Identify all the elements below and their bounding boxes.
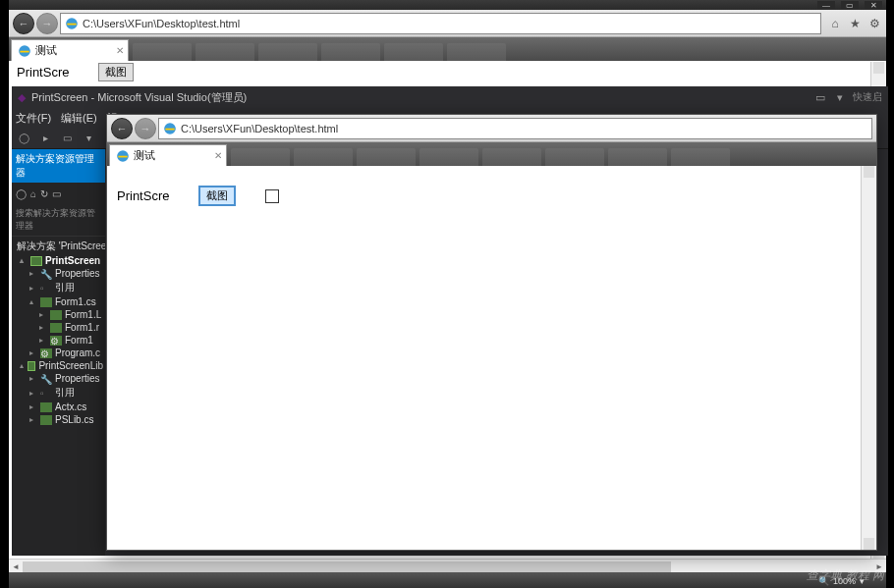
tree-pslibcs[interactable]: ▸PSLib.cs <box>12 413 105 426</box>
tree-form1r[interactable]: ▸Form1.r <box>12 321 105 334</box>
ie-icon <box>116 149 130 163</box>
solution-explorer: 解决方案资源管理器 ◯ ⌂ ↻ ▭ 搜索解决方案资源管理器 解决方案 'Prin… <box>12 149 105 556</box>
favorites-icon[interactable]: ★ <box>847 16 863 31</box>
inner-tab[interactable]: 测试 ✕ <box>109 144 227 166</box>
se-search-box[interactable]: 搜索解决方案资源管理器 <box>12 204 105 237</box>
quick-launch[interactable]: 快速启 <box>853 90 882 104</box>
se-collapse-icon[interactable]: ▭ <box>52 188 61 199</box>
ie-icon <box>18 44 31 58</box>
minimize-button[interactable]: — <box>817 1 835 9</box>
watermark: 查字典 教程 网 <box>807 567 884 584</box>
url-text: C:\Users\XFun\Desktop\test.html <box>83 18 240 29</box>
tree-properties[interactable]: ▸🔧Properties <box>12 267 105 280</box>
inner-tab-close-icon[interactable]: ✕ <box>214 150 222 161</box>
tools-icon[interactable]: ⚙ <box>866 16 882 31</box>
se-toolbar: ◯ ⌂ ↻ ▭ <box>12 183 105 204</box>
forward-button[interactable]: → <box>36 13 58 34</box>
tree-project-printscreenlib[interactable]: ▴PrintScreenLib <box>12 359 105 372</box>
inner-address-bar[interactable]: C:\Users\XFun\Desktop\test.html <box>158 118 872 139</box>
ghost-tabs <box>227 148 874 166</box>
inner-nav-bar: ← → C:\Users\XFun\Desktop\test.html <box>107 115 876 142</box>
inner-tab-title: 测试 <box>134 148 155 163</box>
ghost-tabs <box>129 43 884 61</box>
vs-logo-icon: ◆ <box>18 91 26 104</box>
inner-url-text: C:\Users\XFun\Desktop\test.html <box>181 123 338 134</box>
tree-references2[interactable]: ▸▫引用 <box>12 385 105 401</box>
vs-title-text: PrintScreen - Microsoft Visual Studio(管理… <box>31 90 247 105</box>
tree-project-printscreen[interactable]: ▴PrintScreen <box>12 254 105 267</box>
nav-fwd-icon[interactable]: ▸ <box>37 131 53 146</box>
inner-tab-strip: 测试 ✕ <box>107 142 876 166</box>
flag-icon[interactable]: ▾ <box>833 90 847 104</box>
maximize-button[interactable]: ▭ <box>841 1 859 9</box>
tree-properties2[interactable]: ▸🔧Properties <box>12 372 105 385</box>
screenshot-button[interactable]: 截图 <box>98 63 134 81</box>
solution-explorer-title: 解决方案资源管理器 <box>12 149 105 183</box>
tree-references[interactable]: ▸▫引用 <box>12 280 105 295</box>
new-icon[interactable]: ▭ <box>59 131 75 146</box>
menu-file[interactable]: 文件(F) <box>16 111 51 126</box>
open-icon[interactable]: ▾ <box>81 131 96 146</box>
nav-right-icons: ⌂ ★ ⚙ <box>823 16 882 31</box>
address-bar[interactable]: C:\Users\XFun\Desktop\test.html <box>60 13 821 34</box>
outer-tab[interactable]: 测试 ✕ <box>11 39 129 61</box>
activex-placeholder-icon <box>265 189 279 203</box>
notification-icon[interactable]: ▭ <box>813 90 827 104</box>
tab-close-icon[interactable]: ✕ <box>116 45 124 56</box>
tree-form1[interactable]: ▸⚙Form1 <box>12 334 105 347</box>
inner-printscreen-label: PrintScre <box>117 188 169 203</box>
outer-page-content: PrintScre 截图 <box>9 61 886 82</box>
inner-vertical-scrollbar[interactable] <box>861 166 876 550</box>
se-refresh-icon[interactable]: ↻ <box>40 188 48 199</box>
outer-nav-bar: ← → C:\Users\XFun\Desktop\test.html ⌂ ★ … <box>9 10 886 37</box>
close-button[interactable]: ✕ <box>865 1 882 9</box>
status-bar <box>9 572 886 588</box>
menu-edit[interactable]: 编辑(E) <box>61 111 97 126</box>
tab-title: 测试 <box>35 43 57 58</box>
outer-tab-strip: 测试 ✕ <box>9 37 886 61</box>
ie-icon <box>163 122 177 135</box>
inner-page-content: PrintScre 截图 <box>107 166 876 226</box>
se-home-icon[interactable]: ◯ <box>16 188 27 199</box>
inner-screenshot-button[interactable]: 截图 <box>198 186 236 206</box>
vs-titlebar: ◆ PrintScreen - Microsoft Visual Studio(… <box>12 86 888 108</box>
back-button[interactable]: ← <box>13 13 34 34</box>
solution-tree: 解决方案 'PrintScreen ▴PrintScreen ▸🔧Propert… <box>12 237 105 428</box>
tree-form1cs[interactable]: ▴Form1.cs <box>12 295 105 308</box>
inner-forward-button[interactable]: → <box>135 118 156 139</box>
inner-ie-window: ← → C:\Users\XFun\Desktop\test.html 测试 ✕… <box>106 114 877 551</box>
tree-programcs[interactable]: ▸⚙Program.c <box>12 347 105 359</box>
tree-solution[interactable]: 解决方案 'PrintScreen <box>12 239 105 254</box>
ie-icon <box>65 17 79 30</box>
se-home2-icon[interactable]: ⌂ <box>30 188 36 199</box>
home-icon[interactable]: ⌂ <box>827 16 843 31</box>
window-titlebar: — ▭ ✕ <box>9 0 886 10</box>
inner-back-button[interactable]: ← <box>111 118 133 139</box>
nav-back-icon[interactable]: ◯ <box>16 131 31 146</box>
printscreen-label: PrintScre <box>17 65 69 80</box>
tree-actxcs[interactable]: ▸Actx.cs <box>12 401 105 413</box>
tree-form1d[interactable]: ▸Form1.L <box>12 308 105 321</box>
